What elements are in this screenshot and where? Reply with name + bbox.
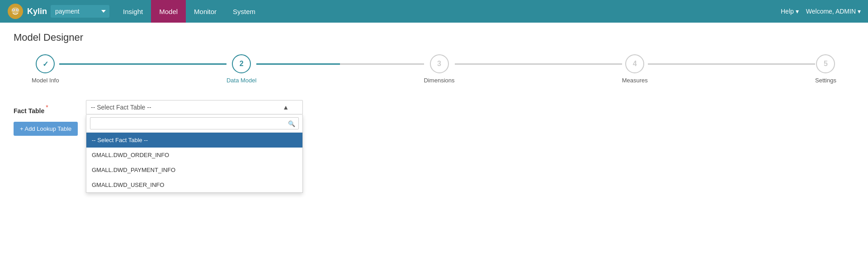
navbar: Kylin payment Insight Model Monitor Syst… [0, 0, 868, 23]
dropdown-option-user[interactable]: GMALL.DWD_USER_INFO [86, 177, 302, 192]
step-circle-1: ✓ [36, 54, 55, 73]
fact-table-dropdown-menu: 🔍 -- Select Fact Table -- GMALL.DWD_ORDE… [86, 115, 303, 193]
fact-table-required: * [46, 104, 48, 111]
step-circle-5: 5 [816, 54, 835, 73]
add-lookup-table-button[interactable]: + Add Lookup Table [14, 122, 78, 136]
step-connector-2 [256, 63, 424, 65]
fact-table-select-trigger[interactable]: -- Select Fact Table -- ▲ [86, 100, 303, 115]
brand-logo: Kylin [7, 3, 47, 19]
dropdown-selected-value: -- Select Fact Table -- [91, 104, 151, 111]
dropdown-option-payment[interactable]: GMALL.DWD_PAYMENT_INFO [86, 162, 302, 177]
step-connector-3 [455, 63, 622, 65]
step-settings: 5 Settings [815, 54, 836, 84]
kylin-logo-icon [7, 3, 24, 19]
svg-point-5 [17, 10, 18, 10]
dropdown-search-input[interactable] [90, 117, 299, 129]
step-label-5: Settings [815, 77, 836, 84]
welcome-dropdown-icon: ▾ [858, 8, 861, 15]
step-circle-4: 4 [625, 54, 644, 73]
nav-insight[interactable]: Insight [115, 0, 151, 23]
welcome-button[interactable]: Welcome, ADMIN ▾ [806, 8, 861, 15]
help-button[interactable]: Help ▾ [781, 8, 799, 15]
main-content: Model Designer ✓ Model Info 2 Data Model… [0, 23, 868, 253]
step-dimensions: 3 Dimensions [424, 54, 455, 84]
step-connector-4 [648, 63, 815, 65]
dropdown-option-order[interactable]: GMALL.DWD_ORDER_INFO [86, 148, 302, 162]
project-select[interactable]: payment [51, 5, 109, 18]
step-label-4: Measures [622, 77, 648, 84]
step-circle-3: 3 [430, 54, 449, 73]
svg-point-1 [11, 7, 19, 14]
nav-monitor[interactable]: Monitor [186, 0, 225, 23]
nav-model[interactable]: Model [151, 0, 186, 23]
step-label-2: Data Model [226, 77, 256, 84]
brand-name: Kylin [27, 7, 47, 16]
help-dropdown-icon: ▾ [796, 8, 799, 15]
nav-system[interactable]: System [225, 0, 264, 23]
dropdown-search-container: 🔍 [86, 115, 302, 133]
navbar-right: Help ▾ Welcome, ADMIN ▾ [781, 8, 861, 15]
step-connector-1 [59, 63, 226, 65]
step-data-model: 2 Data Model [226, 54, 256, 84]
step-label-1: Model Info [32, 77, 59, 84]
step-model-info: ✓ Model Info [32, 54, 59, 84]
fact-table-section: Fact Table * -- Select Fact Table -- ▲ 🔍… [14, 100, 854, 115]
fact-table-label: Fact Table [14, 107, 44, 115]
page-title: Model Designer [14, 32, 854, 43]
dropdown-arrow-icon: ▲ [283, 104, 289, 111]
stepper: ✓ Model Info 2 Data Model 3 Dimensions 4… [14, 54, 854, 84]
fact-table-dropdown: -- Select Fact Table -- ▲ 🔍 -- Select Fa… [86, 100, 303, 115]
step-label-3: Dimensions [424, 77, 455, 84]
dropdown-option-default[interactable]: -- Select Fact Table -- [86, 133, 302, 148]
step-measures: 4 Measures [622, 54, 648, 84]
step-circle-2: 2 [232, 54, 251, 73]
search-icon: 🔍 [288, 120, 295, 127]
svg-point-4 [13, 10, 14, 10]
